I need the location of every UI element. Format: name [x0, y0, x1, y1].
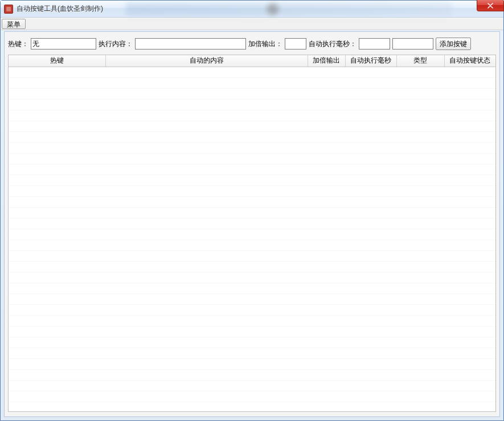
hotkey-label: 热键：: [8, 39, 28, 49]
client-area: 热键： 执行内容： 加倍输出： 自动执行毫秒： 添加按键: [4, 31, 500, 417]
auto-ms-label: 自动执行毫秒：: [309, 39, 357, 49]
col-auto-ms[interactable]: 自动执行毫秒: [345, 55, 396, 67]
content-label: 执行内容：: [99, 39, 133, 49]
col-status[interactable]: 自动按键状态: [444, 55, 495, 67]
content-input[interactable]: [135, 38, 246, 49]
col-double-output[interactable]: 加倍输出: [308, 55, 345, 67]
close-button[interactable]: [477, 0, 504, 11]
hotkey-input[interactable]: [31, 38, 96, 49]
col-type[interactable]: 类型: [396, 55, 444, 67]
col-hotkey[interactable]: 热键: [9, 55, 105, 67]
input-toolbar: 热键： 执行内容： 加倍输出： 自动执行毫秒： 添加按键: [5, 32, 499, 55]
titlebar[interactable]: 自动按键工具(血饮圣剑制作): [1, 1, 503, 18]
window-title: 自动按键工具(血饮圣剑制作): [17, 4, 103, 14]
type-select[interactable]: [392, 38, 433, 49]
col-auto-content[interactable]: 自动的内容: [105, 55, 308, 67]
double-output-label: 加倍输出：: [248, 39, 282, 49]
header-row: 热键 自动的内容 加倍输出 自动执行毫秒 类型 自动按键状态: [9, 55, 495, 67]
close-icon: [487, 3, 493, 9]
double-output-input[interactable]: [285, 38, 306, 49]
app-window: 自动按键工具(血饮圣剑制作) 菜单 热键： 执行内容： 加倍输出： 自动执行毫秒…: [0, 0, 504, 421]
menu-main[interactable]: 菜单: [2, 19, 26, 29]
menubar: 菜单: [1, 18, 503, 30]
app-icon: [4, 5, 13, 14]
keys-table: 热键 自动的内容 加倍输出 自动执行毫秒 类型 自动按键状态: [8, 55, 496, 412]
auto-ms-input[interactable]: [359, 38, 390, 49]
keys-table-header: 热键 自动的内容 加倍输出 自动执行毫秒 类型 自动按键状态: [9, 55, 495, 67]
add-key-button[interactable]: 添加按键: [436, 38, 471, 50]
aero-blur-background: [126, 3, 452, 15]
keys-table-body[interactable]: [9, 67, 495, 412]
